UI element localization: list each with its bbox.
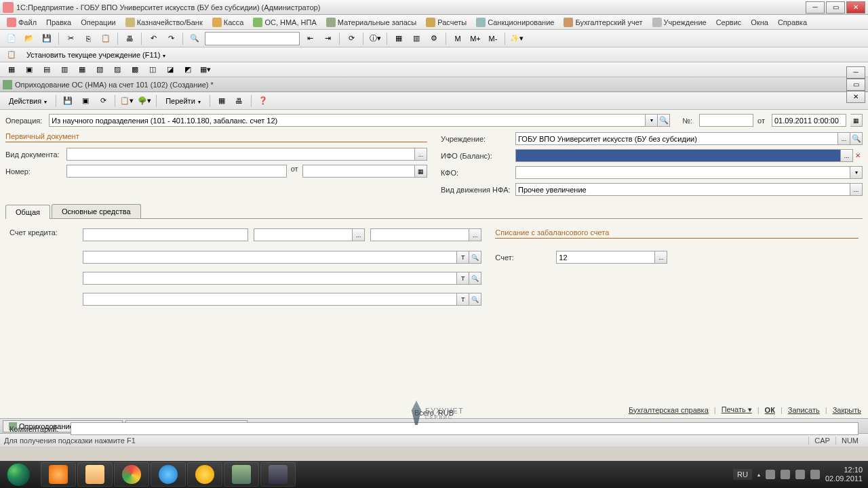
- line2-input[interactable]: [83, 272, 457, 285]
- doc-close-button[interactable]: ✕: [846, 91, 865, 103]
- menu-edit[interactable]: Правка: [42, 17, 75, 28]
- line3-input[interactable]: [83, 293, 457, 306]
- date-input[interactable]: [772, 114, 846, 127]
- acct-input[interactable]: [556, 251, 655, 264]
- tray-lang[interactable]: RU: [733, 469, 752, 480]
- org-input[interactable]: [515, 132, 838, 145]
- credit-acct2-picker[interactable]: ...: [353, 228, 365, 241]
- find-next-button[interactable]: ⇥: [320, 31, 335, 46]
- ti6[interactable]: ▧: [92, 62, 107, 77]
- mplus-button[interactable]: M+: [468, 31, 483, 46]
- m-button[interactable]: M: [450, 31, 465, 46]
- line1-input[interactable]: [83, 251, 457, 264]
- ifo-clear[interactable]: ✕: [853, 149, 863, 162]
- tab-os[interactable]: Основные средства: [52, 204, 141, 218]
- menu-help[interactable]: Справка: [774, 17, 811, 28]
- minimize-button[interactable]: ─: [806, 1, 825, 14]
- redo-button[interactable]: ↷: [163, 31, 178, 46]
- find-prev-button[interactable]: ⇤: [302, 31, 317, 46]
- task-ie[interactable]: [151, 462, 186, 487]
- calc2-icon[interactable]: ▥: [409, 31, 424, 46]
- kfo-input[interactable]: [515, 166, 850, 179]
- tab-general[interactable]: Общая: [5, 205, 50, 219]
- menu-windows[interactable]: Окна: [747, 17, 772, 28]
- close-button-footer[interactable]: Закрыть: [833, 406, 861, 414]
- ab-tree[interactable]: 🌳▾: [137, 94, 152, 108]
- ti5[interactable]: ▦: [75, 62, 90, 77]
- new-button[interactable]: 📄: [4, 31, 19, 46]
- actions-menu[interactable]: Действия: [4, 95, 52, 107]
- comment-input[interactable]: [71, 422, 859, 435]
- operation-combo[interactable]: [49, 114, 646, 127]
- tray-icon3[interactable]: [795, 470, 805, 479]
- docdate-input[interactable]: [302, 165, 415, 178]
- credit-acct3[interactable]: [370, 228, 469, 241]
- ab-refresh[interactable]: ⟳: [96, 94, 111, 108]
- line3-search[interactable]: 🔍: [469, 293, 481, 306]
- menu-sanction[interactable]: Санкционирование: [472, 16, 558, 28]
- menu-calc[interactable]: Расчеты: [422, 16, 471, 28]
- copy-button[interactable]: ⎘: [81, 31, 96, 46]
- ab-post[interactable]: ▣: [78, 94, 93, 108]
- tray-clock[interactable]: 12:1002.09.2011: [825, 466, 863, 483]
- wizard-icon[interactable]: ✨▾: [509, 31, 524, 46]
- save-button[interactable]: 💾: [39, 31, 54, 46]
- line2-search[interactable]: 🔍: [469, 272, 481, 285]
- ti3[interactable]: ▤: [39, 62, 54, 77]
- print-button[interactable]: 🖶: [122, 31, 137, 46]
- ab-copy[interactable]: 📋▾: [119, 94, 134, 108]
- menu-treasury[interactable]: Казначейство/Банк: [121, 16, 207, 28]
- ti8[interactable]: ▩: [127, 62, 142, 77]
- close-button[interactable]: ✕: [846, 1, 865, 14]
- date-picker[interactable]: ▦: [850, 114, 863, 127]
- docdate-picker[interactable]: ▦: [415, 165, 427, 178]
- task-app2[interactable]: [260, 462, 296, 487]
- open-button[interactable]: 📂: [22, 31, 37, 46]
- ti1[interactable]: ▦: [4, 62, 19, 77]
- tray-arrow[interactable]: ▴: [757, 472, 760, 478]
- org-picker[interactable]: ...: [838, 132, 850, 145]
- ti7[interactable]: ▨: [110, 62, 125, 77]
- kfo-dropdown[interactable]: ▾: [850, 166, 863, 179]
- doctype-input[interactable]: [66, 148, 415, 161]
- mminus-button[interactable]: M-: [486, 31, 500, 46]
- calc1-icon[interactable]: ▦: [391, 31, 406, 46]
- ti12[interactable]: ▦▾: [198, 62, 213, 77]
- nfa-picker[interactable]: ...: [850, 183, 863, 196]
- credit-acct3-picker[interactable]: ...: [469, 228, 481, 241]
- operation-dropdown[interactable]: ▾: [646, 114, 658, 127]
- line1-t[interactable]: T: [457, 251, 469, 264]
- save-button-footer[interactable]: Записать: [788, 406, 820, 414]
- menu-file[interactable]: Файл: [3, 16, 41, 28]
- acct-picker[interactable]: ...: [655, 251, 667, 264]
- ok-button[interactable]: ОК: [765, 406, 775, 414]
- goto-menu[interactable]: Перейти: [161, 95, 205, 107]
- ti10[interactable]: ◪: [163, 62, 178, 77]
- ab-dt[interactable]: ▦: [214, 94, 229, 108]
- start-button[interactable]: [0, 461, 37, 488]
- accref-link[interactable]: Бухгалтерская справка: [629, 406, 709, 414]
- menu-service[interactable]: Сервис: [712, 17, 746, 28]
- refresh-button[interactable]: ⟳: [344, 31, 359, 46]
- ifo-picker[interactable]: ...: [841, 149, 853, 162]
- task-app1[interactable]: [224, 462, 259, 487]
- tray-icon2[interactable]: [781, 470, 790, 479]
- set-org-button[interactable]: Установить текущее учреждение (F11): [22, 49, 170, 61]
- ifo-input[interactable]: [515, 149, 841, 162]
- line2-t[interactable]: T: [457, 272, 469, 285]
- ti11[interactable]: ◩: [180, 62, 195, 77]
- ab-print[interactable]: 🖶: [232, 94, 247, 108]
- task-mediaplayer[interactable]: [41, 462, 76, 487]
- menu-materials[interactable]: Материальные запасы: [322, 16, 421, 28]
- org-search[interactable]: 🔍: [850, 132, 863, 145]
- cut-button[interactable]: ✂: [63, 31, 78, 46]
- maximize-button[interactable]: ▭: [826, 1, 845, 14]
- doc-maximize-button[interactable]: ▭: [846, 79, 865, 91]
- operation-search[interactable]: 🔍: [658, 114, 670, 127]
- tray-icon1[interactable]: [766, 470, 775, 479]
- tray-icon4[interactable]: [810, 470, 820, 479]
- menu-os[interactable]: ОС, НМА, НПА: [249, 16, 320, 28]
- paste-button[interactable]: 📋: [98, 31, 113, 46]
- tree-icon[interactable]: ⚙: [427, 31, 441, 46]
- ti9[interactable]: ◫: [145, 62, 160, 77]
